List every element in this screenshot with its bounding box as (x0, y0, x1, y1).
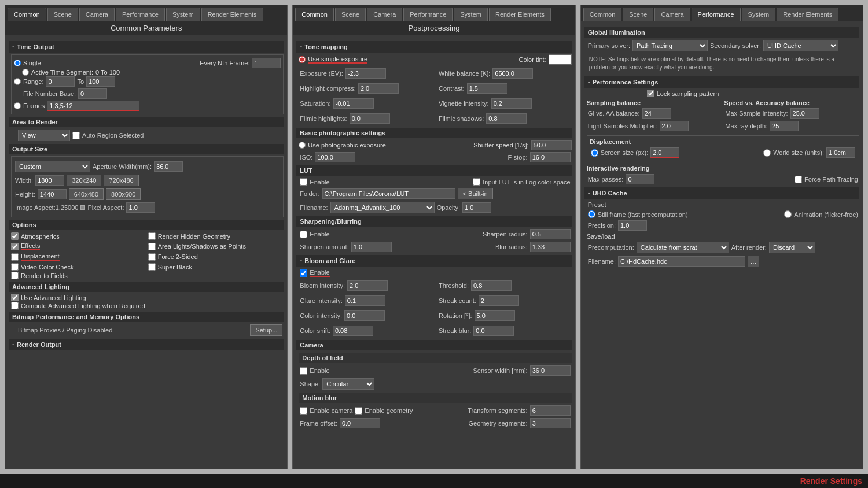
preset-720x486[interactable]: 720x486 (104, 175, 138, 186)
secondary-solver-select[interactable]: UHD Cache (763, 40, 838, 51)
frame-offset-input[interactable] (340, 418, 380, 428)
displacement-checkbox[interactable] (11, 253, 19, 261)
glare-intensity-input[interactable] (345, 295, 385, 306)
lut-log-checkbox[interactable] (473, 178, 480, 186)
tab-scene-middle[interactable]: Scene (335, 8, 366, 21)
bloom-intensity-input[interactable] (347, 280, 388, 291)
filmic-shadows-input[interactable] (486, 113, 527, 124)
fstop-input[interactable] (530, 152, 571, 162)
output-preset-select[interactable]: Custom (15, 161, 90, 172)
video-color-checkbox[interactable] (11, 263, 19, 271)
tab-scene-right[interactable]: Scene (623, 8, 653, 21)
lut-enable-checkbox[interactable] (300, 178, 307, 186)
geometry-segments-input[interactable] (530, 418, 571, 428)
range-from-input[interactable] (46, 76, 75, 87)
lock-sampling-checkbox[interactable] (647, 90, 654, 97)
use-simple-radio[interactable] (299, 56, 306, 63)
render-hidden-checkbox[interactable] (148, 232, 156, 240)
tab-render-elements-right[interactable]: Render Elements (777, 8, 838, 21)
tab-common-right[interactable]: Common (583, 8, 622, 21)
max-ray-input[interactable] (770, 121, 799, 131)
auto-region-checkbox[interactable] (72, 132, 80, 139)
after-render-select[interactable]: Discard (769, 242, 815, 253)
tab-camera-left[interactable]: Camera (79, 8, 115, 21)
precomputation-select[interactable]: Calculate from scrat (637, 242, 729, 253)
use-advanced-checkbox[interactable] (11, 294, 19, 301)
still-frame-radio[interactable] (588, 210, 595, 218)
file-number-input[interactable] (78, 88, 107, 99)
highlight-input[interactable] (358, 83, 399, 94)
tab-system-left[interactable]: System (166, 8, 200, 21)
lut-opacity-input[interactable] (462, 202, 491, 213)
single-radio[interactable] (14, 60, 21, 66)
tab-scene-left[interactable]: Scene (47, 8, 78, 21)
pixel-aspect-input[interactable] (126, 202, 155, 213)
saturation-input[interactable] (333, 98, 374, 109)
width-input[interactable] (35, 175, 64, 186)
lock-icon[interactable] (80, 205, 85, 210)
use-photo-radio[interactable] (299, 142, 306, 149)
tone-mapping-collapse[interactable]: - (300, 43, 302, 51)
exposure-input[interactable] (345, 68, 386, 79)
setup-button[interactable]: Setup... (250, 324, 282, 336)
color-shift-input[interactable] (333, 326, 373, 336)
sharpen-enable-checkbox[interactable] (300, 231, 307, 238)
bloom-glare-collapse[interactable]: - (300, 257, 302, 265)
precision-input[interactable] (618, 220, 647, 231)
force-path-checkbox[interactable] (795, 176, 802, 183)
compute-advanced-checkbox[interactable] (11, 302, 19, 309)
frames-radio[interactable] (14, 102, 21, 109)
motion-camera-checkbox[interactable] (300, 407, 307, 415)
light-samples-input[interactable] (660, 121, 689, 131)
force-2sided-checkbox[interactable] (148, 253, 156, 261)
tab-performance-left[interactable]: Performance (116, 8, 165, 21)
tab-system-middle[interactable]: System (454, 8, 488, 21)
sensor-width-input[interactable] (530, 365, 571, 376)
animation-radio[interactable] (784, 210, 792, 218)
white-balance-input[interactable] (492, 68, 533, 79)
atmospherics-checkbox[interactable] (11, 232, 19, 240)
preset-640x480[interactable]: 640x480 (69, 188, 104, 200)
tab-performance-middle[interactable]: Performance (403, 8, 453, 21)
world-size-radio[interactable] (763, 149, 771, 157)
render-fields-checkbox[interactable] (11, 272, 19, 279)
blur-radius-input[interactable] (530, 242, 571, 252)
iso-input[interactable] (315, 152, 355, 162)
tab-performance-right[interactable]: Performance (692, 8, 741, 21)
streak-blur-input[interactable] (473, 326, 514, 336)
world-size-input[interactable] (826, 147, 855, 158)
color-intensity-input[interactable] (344, 310, 385, 321)
shape-select[interactable]: Circular (322, 378, 374, 390)
tab-common-middle[interactable]: Common (295, 8, 334, 21)
frames-input[interactable] (47, 101, 139, 111)
active-time-radio[interactable] (22, 69, 29, 76)
tab-system-right[interactable]: System (742, 8, 776, 21)
filename-input-right[interactable] (618, 256, 745, 267)
uhd-cache-collapse[interactable]: - (588, 189, 590, 197)
tab-render-elements-middle[interactable]: Render Elements (489, 8, 551, 21)
contrast-input[interactable] (467, 83, 507, 94)
aperture-input[interactable] (154, 161, 183, 172)
filmic-highlights-input[interactable] (350, 113, 390, 124)
threshold-input[interactable] (471, 280, 512, 291)
area-lights-checkbox[interactable] (148, 243, 156, 250)
preset-320x240[interactable]: 320x240 (67, 175, 101, 186)
vignette-input[interactable] (491, 98, 532, 109)
effects-checkbox[interactable] (11, 243, 19, 250)
max-passes-input[interactable] (626, 174, 654, 184)
max-sample-input[interactable] (790, 108, 819, 119)
tab-common-left[interactable]: Common (8, 8, 46, 21)
tab-camera-right[interactable]: Camera (654, 8, 690, 21)
rotation-input[interactable] (475, 310, 515, 321)
performance-collapse[interactable]: - (588, 78, 590, 86)
screen-size-input[interactable] (650, 147, 679, 158)
every-nth-input[interactable] (252, 58, 281, 68)
bloom-enable-checkbox[interactable] (300, 269, 307, 277)
range-to-input[interactable] (86, 76, 115, 87)
lut-filename-select[interactable]: Adanmq_Advantix_100 (330, 202, 435, 213)
sharpen-radius-input[interactable] (530, 229, 571, 239)
color-tint-swatch[interactable] (549, 54, 572, 65)
range-radio[interactable] (14, 78, 21, 85)
motion-geometry-checkbox[interactable] (355, 407, 362, 415)
super-black-checkbox[interactable] (148, 263, 156, 271)
